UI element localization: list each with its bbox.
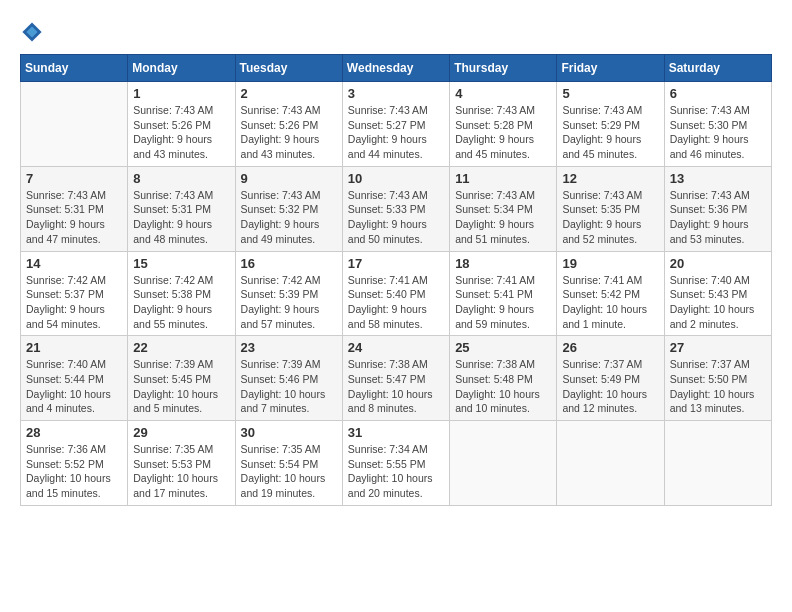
day-number: 24 <box>348 340 444 355</box>
calendar-cell: 27Sunrise: 7:37 AMSunset: 5:50 PMDayligh… <box>664 336 771 421</box>
day-info: Sunrise: 7:35 AMSunset: 5:53 PMDaylight:… <box>133 442 229 501</box>
calendar-week-row: 14Sunrise: 7:42 AMSunset: 5:37 PMDayligh… <box>21 251 772 336</box>
day-number: 22 <box>133 340 229 355</box>
weekday-header: Saturday <box>664 55 771 82</box>
day-number: 23 <box>241 340 337 355</box>
calendar-cell: 6Sunrise: 7:43 AMSunset: 5:30 PMDaylight… <box>664 82 771 167</box>
day-info: Sunrise: 7:43 AMSunset: 5:27 PMDaylight:… <box>348 103 444 162</box>
day-number: 3 <box>348 86 444 101</box>
weekday-header: Friday <box>557 55 664 82</box>
header <box>20 20 772 44</box>
day-info: Sunrise: 7:37 AMSunset: 5:49 PMDaylight:… <box>562 357 658 416</box>
day-info: Sunrise: 7:43 AMSunset: 5:26 PMDaylight:… <box>241 103 337 162</box>
day-info: Sunrise: 7:43 AMSunset: 5:31 PMDaylight:… <box>26 188 122 247</box>
calendar-cell: 18Sunrise: 7:41 AMSunset: 5:41 PMDayligh… <box>450 251 557 336</box>
day-info: Sunrise: 7:38 AMSunset: 5:48 PMDaylight:… <box>455 357 551 416</box>
weekday-header: Monday <box>128 55 235 82</box>
calendar-cell: 1Sunrise: 7:43 AMSunset: 5:26 PMDaylight… <box>128 82 235 167</box>
calendar-cell: 24Sunrise: 7:38 AMSunset: 5:47 PMDayligh… <box>342 336 449 421</box>
day-number: 21 <box>26 340 122 355</box>
day-info: Sunrise: 7:38 AMSunset: 5:47 PMDaylight:… <box>348 357 444 416</box>
calendar-cell: 2Sunrise: 7:43 AMSunset: 5:26 PMDaylight… <box>235 82 342 167</box>
calendar-cell: 19Sunrise: 7:41 AMSunset: 5:42 PMDayligh… <box>557 251 664 336</box>
day-number: 29 <box>133 425 229 440</box>
calendar-week-row: 7Sunrise: 7:43 AMSunset: 5:31 PMDaylight… <box>21 166 772 251</box>
calendar-cell: 21Sunrise: 7:40 AMSunset: 5:44 PMDayligh… <box>21 336 128 421</box>
day-info: Sunrise: 7:43 AMSunset: 5:30 PMDaylight:… <box>670 103 766 162</box>
calendar-cell: 28Sunrise: 7:36 AMSunset: 5:52 PMDayligh… <box>21 421 128 506</box>
day-number: 2 <box>241 86 337 101</box>
day-number: 30 <box>241 425 337 440</box>
day-number: 15 <box>133 256 229 271</box>
day-info: Sunrise: 7:42 AMSunset: 5:37 PMDaylight:… <box>26 273 122 332</box>
calendar-cell: 14Sunrise: 7:42 AMSunset: 5:37 PMDayligh… <box>21 251 128 336</box>
day-number: 27 <box>670 340 766 355</box>
weekday-header: Tuesday <box>235 55 342 82</box>
day-number: 18 <box>455 256 551 271</box>
day-number: 31 <box>348 425 444 440</box>
day-number: 10 <box>348 171 444 186</box>
day-number: 19 <box>562 256 658 271</box>
calendar-cell <box>664 421 771 506</box>
logo <box>20 20 48 44</box>
day-info: Sunrise: 7:43 AMSunset: 5:31 PMDaylight:… <box>133 188 229 247</box>
calendar-cell: 29Sunrise: 7:35 AMSunset: 5:53 PMDayligh… <box>128 421 235 506</box>
day-info: Sunrise: 7:43 AMSunset: 5:26 PMDaylight:… <box>133 103 229 162</box>
calendar-cell: 22Sunrise: 7:39 AMSunset: 5:45 PMDayligh… <box>128 336 235 421</box>
calendar-table: SundayMondayTuesdayWednesdayThursdayFrid… <box>20 54 772 506</box>
day-number: 9 <box>241 171 337 186</box>
day-info: Sunrise: 7:36 AMSunset: 5:52 PMDaylight:… <box>26 442 122 501</box>
calendar-cell <box>557 421 664 506</box>
calendar-cell: 20Sunrise: 7:40 AMSunset: 5:43 PMDayligh… <box>664 251 771 336</box>
calendar-cell: 10Sunrise: 7:43 AMSunset: 5:33 PMDayligh… <box>342 166 449 251</box>
calendar-cell: 26Sunrise: 7:37 AMSunset: 5:49 PMDayligh… <box>557 336 664 421</box>
calendar-cell: 16Sunrise: 7:42 AMSunset: 5:39 PMDayligh… <box>235 251 342 336</box>
calendar-cell: 7Sunrise: 7:43 AMSunset: 5:31 PMDaylight… <box>21 166 128 251</box>
day-number: 14 <box>26 256 122 271</box>
day-info: Sunrise: 7:42 AMSunset: 5:39 PMDaylight:… <box>241 273 337 332</box>
calendar-cell: 3Sunrise: 7:43 AMSunset: 5:27 PMDaylight… <box>342 82 449 167</box>
day-number: 28 <box>26 425 122 440</box>
day-number: 25 <box>455 340 551 355</box>
day-info: Sunrise: 7:41 AMSunset: 5:42 PMDaylight:… <box>562 273 658 332</box>
day-info: Sunrise: 7:40 AMSunset: 5:44 PMDaylight:… <box>26 357 122 416</box>
day-number: 1 <box>133 86 229 101</box>
calendar-cell: 15Sunrise: 7:42 AMSunset: 5:38 PMDayligh… <box>128 251 235 336</box>
calendar-cell: 31Sunrise: 7:34 AMSunset: 5:55 PMDayligh… <box>342 421 449 506</box>
day-number: 8 <box>133 171 229 186</box>
day-info: Sunrise: 7:41 AMSunset: 5:41 PMDaylight:… <box>455 273 551 332</box>
calendar-cell: 4Sunrise: 7:43 AMSunset: 5:28 PMDaylight… <box>450 82 557 167</box>
calendar-cell: 23Sunrise: 7:39 AMSunset: 5:46 PMDayligh… <box>235 336 342 421</box>
day-number: 6 <box>670 86 766 101</box>
calendar-week-row: 1Sunrise: 7:43 AMSunset: 5:26 PMDaylight… <box>21 82 772 167</box>
calendar-week-row: 28Sunrise: 7:36 AMSunset: 5:52 PMDayligh… <box>21 421 772 506</box>
calendar-cell: 13Sunrise: 7:43 AMSunset: 5:36 PMDayligh… <box>664 166 771 251</box>
day-number: 16 <box>241 256 337 271</box>
day-number: 11 <box>455 171 551 186</box>
day-info: Sunrise: 7:37 AMSunset: 5:50 PMDaylight:… <box>670 357 766 416</box>
day-info: Sunrise: 7:43 AMSunset: 5:36 PMDaylight:… <box>670 188 766 247</box>
day-number: 4 <box>455 86 551 101</box>
day-number: 12 <box>562 171 658 186</box>
calendar-cell: 25Sunrise: 7:38 AMSunset: 5:48 PMDayligh… <box>450 336 557 421</box>
day-number: 13 <box>670 171 766 186</box>
day-number: 7 <box>26 171 122 186</box>
day-info: Sunrise: 7:43 AMSunset: 5:33 PMDaylight:… <box>348 188 444 247</box>
weekday-header: Sunday <box>21 55 128 82</box>
day-info: Sunrise: 7:42 AMSunset: 5:38 PMDaylight:… <box>133 273 229 332</box>
calendar-cell: 11Sunrise: 7:43 AMSunset: 5:34 PMDayligh… <box>450 166 557 251</box>
calendar-cell: 12Sunrise: 7:43 AMSunset: 5:35 PMDayligh… <box>557 166 664 251</box>
day-info: Sunrise: 7:41 AMSunset: 5:40 PMDaylight:… <box>348 273 444 332</box>
day-info: Sunrise: 7:40 AMSunset: 5:43 PMDaylight:… <box>670 273 766 332</box>
day-info: Sunrise: 7:34 AMSunset: 5:55 PMDaylight:… <box>348 442 444 501</box>
calendar-cell <box>21 82 128 167</box>
day-number: 26 <box>562 340 658 355</box>
calendar-cell: 9Sunrise: 7:43 AMSunset: 5:32 PMDaylight… <box>235 166 342 251</box>
day-info: Sunrise: 7:39 AMSunset: 5:46 PMDaylight:… <box>241 357 337 416</box>
calendar-cell: 5Sunrise: 7:43 AMSunset: 5:29 PMDaylight… <box>557 82 664 167</box>
calendar-cell <box>450 421 557 506</box>
calendar-cell: 30Sunrise: 7:35 AMSunset: 5:54 PMDayligh… <box>235 421 342 506</box>
logo-icon <box>20 20 44 44</box>
day-info: Sunrise: 7:43 AMSunset: 5:28 PMDaylight:… <box>455 103 551 162</box>
weekday-header: Wednesday <box>342 55 449 82</box>
